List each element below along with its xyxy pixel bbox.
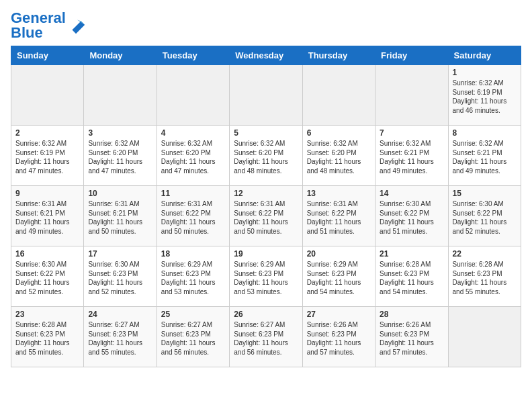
calendar-cell: 27Sunrise: 6:26 AM Sunset: 6:23 PM Dayli… xyxy=(302,307,375,367)
day-number: 14 xyxy=(380,189,443,198)
logo-blue: Blue xyxy=(11,24,43,41)
day-number: 24 xyxy=(88,310,152,319)
day-info: Sunrise: 6:26 AM Sunset: 6:23 PM Dayligh… xyxy=(380,320,443,357)
day-info: Sunrise: 6:27 AM Sunset: 6:23 PM Dayligh… xyxy=(88,320,152,357)
day-number: 5 xyxy=(234,128,298,138)
day-number: 23 xyxy=(15,310,79,319)
day-number: 4 xyxy=(161,128,225,138)
day-number: 19 xyxy=(234,249,298,259)
calendar-week-4: 16Sunrise: 6:30 AM Sunset: 6:22 PM Dayli… xyxy=(11,246,521,307)
day-number: 10 xyxy=(88,189,152,198)
day-number: 18 xyxy=(161,249,225,259)
calendar-cell: 13Sunrise: 6:31 AM Sunset: 6:22 PM Dayli… xyxy=(302,186,375,246)
day-number: 20 xyxy=(307,249,371,259)
day-info: Sunrise: 6:32 AM Sunset: 6:21 PM Dayligh… xyxy=(380,139,443,175)
day-info: Sunrise: 6:28 AM Sunset: 6:23 PM Dayligh… xyxy=(453,260,517,296)
weekday-header-sunday: Sunday xyxy=(11,46,84,65)
calendar-cell xyxy=(157,65,229,126)
calendar-cell: 12Sunrise: 6:31 AM Sunset: 6:22 PM Dayli… xyxy=(230,186,302,246)
day-number: 21 xyxy=(380,249,443,259)
calendar-week-3: 9Sunrise: 6:31 AM Sunset: 6:21 PM Daylig… xyxy=(11,186,521,246)
page-header: General Blue xyxy=(11,11,521,40)
weekday-header-thursday: Thursday xyxy=(302,46,375,65)
calendar-cell xyxy=(11,65,84,126)
calendar-cell: 3Sunrise: 6:32 AM Sunset: 6:20 PM Daylig… xyxy=(84,126,157,186)
calendar-cell xyxy=(230,65,302,126)
calendar-cell: 17Sunrise: 6:30 AM Sunset: 6:23 PM Dayli… xyxy=(84,246,157,307)
day-info: Sunrise: 6:30 AM Sunset: 6:23 PM Dayligh… xyxy=(88,260,152,296)
calendar-cell: 22Sunrise: 6:28 AM Sunset: 6:23 PM Dayli… xyxy=(448,246,521,307)
calendar-cell xyxy=(302,65,375,126)
calendar-cell: 15Sunrise: 6:30 AM Sunset: 6:22 PM Dayli… xyxy=(448,186,521,246)
weekday-header-saturday: Saturday xyxy=(448,46,521,65)
calendar-cell: 28Sunrise: 6:26 AM Sunset: 6:23 PM Dayli… xyxy=(375,307,448,367)
day-info: Sunrise: 6:29 AM Sunset: 6:23 PM Dayligh… xyxy=(307,260,371,296)
calendar-cell xyxy=(84,65,157,126)
calendar-cell: 19Sunrise: 6:29 AM Sunset: 6:23 PM Dayli… xyxy=(230,246,302,307)
day-number: 8 xyxy=(453,128,517,138)
logo: General Blue xyxy=(11,11,86,40)
calendar-cell: 20Sunrise: 6:29 AM Sunset: 6:23 PM Dayli… xyxy=(302,246,375,307)
calendar-cell xyxy=(448,307,521,367)
day-info: Sunrise: 6:27 AM Sunset: 6:23 PM Dayligh… xyxy=(234,320,298,357)
day-info: Sunrise: 6:31 AM Sunset: 6:21 PM Dayligh… xyxy=(88,199,152,236)
day-info: Sunrise: 6:29 AM Sunset: 6:23 PM Dayligh… xyxy=(161,260,225,296)
calendar-cell: 24Sunrise: 6:27 AM Sunset: 6:23 PM Dayli… xyxy=(84,307,157,367)
day-number: 22 xyxy=(453,249,517,259)
calendar-cell: 26Sunrise: 6:27 AM Sunset: 6:23 PM Dayli… xyxy=(230,307,302,367)
calendar-cell: 5Sunrise: 6:32 AM Sunset: 6:20 PM Daylig… xyxy=(230,126,302,186)
calendar-cell: 10Sunrise: 6:31 AM Sunset: 6:21 PM Dayli… xyxy=(84,186,157,246)
weekday-header-monday: Monday xyxy=(84,46,157,65)
calendar: SundayMondayTuesdayWednesdayThursdayFrid… xyxy=(11,46,521,367)
day-info: Sunrise: 6:30 AM Sunset: 6:22 PM Dayligh… xyxy=(15,260,79,296)
calendar-cell: 8Sunrise: 6:32 AM Sunset: 6:21 PM Daylig… xyxy=(448,126,521,186)
calendar-cell: 21Sunrise: 6:28 AM Sunset: 6:23 PM Dayli… xyxy=(375,246,448,307)
day-info: Sunrise: 6:32 AM Sunset: 6:20 PM Dayligh… xyxy=(307,139,371,175)
day-number: 1 xyxy=(453,68,517,77)
day-number: 13 xyxy=(307,189,371,198)
day-number: 17 xyxy=(88,249,152,259)
calendar-week-1: 1Sunrise: 6:32 AM Sunset: 6:19 PM Daylig… xyxy=(11,65,521,126)
day-number: 9 xyxy=(15,189,79,198)
calendar-cell: 4Sunrise: 6:32 AM Sunset: 6:20 PM Daylig… xyxy=(157,126,229,186)
day-info: Sunrise: 6:32 AM Sunset: 6:20 PM Dayligh… xyxy=(88,139,152,175)
calendar-cell: 18Sunrise: 6:29 AM Sunset: 6:23 PM Dayli… xyxy=(157,246,229,307)
weekday-header-friday: Friday xyxy=(375,46,448,65)
day-info: Sunrise: 6:28 AM Sunset: 6:23 PM Dayligh… xyxy=(15,320,79,357)
day-info: Sunrise: 6:31 AM Sunset: 6:22 PM Dayligh… xyxy=(161,199,225,236)
day-number: 16 xyxy=(15,249,79,259)
day-info: Sunrise: 6:27 AM Sunset: 6:23 PM Dayligh… xyxy=(161,320,225,357)
calendar-body: 1Sunrise: 6:32 AM Sunset: 6:19 PM Daylig… xyxy=(11,65,521,367)
weekday-header-wednesday: Wednesday xyxy=(230,46,302,65)
day-info: Sunrise: 6:32 AM Sunset: 6:20 PM Dayligh… xyxy=(234,139,298,175)
day-info: Sunrise: 6:31 AM Sunset: 6:21 PM Dayligh… xyxy=(15,199,79,236)
day-number: 27 xyxy=(307,310,371,319)
calendar-cell: 2Sunrise: 6:32 AM Sunset: 6:19 PM Daylig… xyxy=(11,126,84,186)
logo-icon xyxy=(67,16,86,35)
calendar-week-2: 2Sunrise: 6:32 AM Sunset: 6:19 PM Daylig… xyxy=(11,126,521,186)
weekday-header-row: SundayMondayTuesdayWednesdayThursdayFrid… xyxy=(11,46,521,65)
day-number: 15 xyxy=(453,189,517,198)
calendar-cell: 25Sunrise: 6:27 AM Sunset: 6:23 PM Dayli… xyxy=(157,307,229,367)
day-number: 25 xyxy=(161,310,225,319)
day-number: 11 xyxy=(161,189,225,198)
day-info: Sunrise: 6:32 AM Sunset: 6:20 PM Dayligh… xyxy=(161,139,225,175)
day-number: 28 xyxy=(380,310,443,319)
day-info: Sunrise: 6:31 AM Sunset: 6:22 PM Dayligh… xyxy=(307,199,371,236)
logo-text: General Blue xyxy=(11,11,66,40)
day-info: Sunrise: 6:26 AM Sunset: 6:23 PM Dayligh… xyxy=(307,320,371,357)
weekday-header-tuesday: Tuesday xyxy=(157,46,229,65)
day-info: Sunrise: 6:32 AM Sunset: 6:19 PM Dayligh… xyxy=(15,139,79,175)
calendar-cell xyxy=(375,65,448,126)
calendar-cell: 6Sunrise: 6:32 AM Sunset: 6:20 PM Daylig… xyxy=(302,126,375,186)
calendar-week-5: 23Sunrise: 6:28 AM Sunset: 6:23 PM Dayli… xyxy=(11,307,521,367)
day-info: Sunrise: 6:28 AM Sunset: 6:23 PM Dayligh… xyxy=(380,260,443,296)
calendar-cell: 7Sunrise: 6:32 AM Sunset: 6:21 PM Daylig… xyxy=(375,126,448,186)
day-info: Sunrise: 6:32 AM Sunset: 6:21 PM Dayligh… xyxy=(453,139,517,175)
day-info: Sunrise: 6:30 AM Sunset: 6:22 PM Dayligh… xyxy=(380,199,443,236)
calendar-cell: 14Sunrise: 6:30 AM Sunset: 6:22 PM Dayli… xyxy=(375,186,448,246)
calendar-cell: 11Sunrise: 6:31 AM Sunset: 6:22 PM Dayli… xyxy=(157,186,229,246)
calendar-cell: 1Sunrise: 6:32 AM Sunset: 6:19 PM Daylig… xyxy=(448,65,521,126)
calendar-cell: 9Sunrise: 6:31 AM Sunset: 6:21 PM Daylig… xyxy=(11,186,84,246)
day-number: 3 xyxy=(88,128,152,138)
